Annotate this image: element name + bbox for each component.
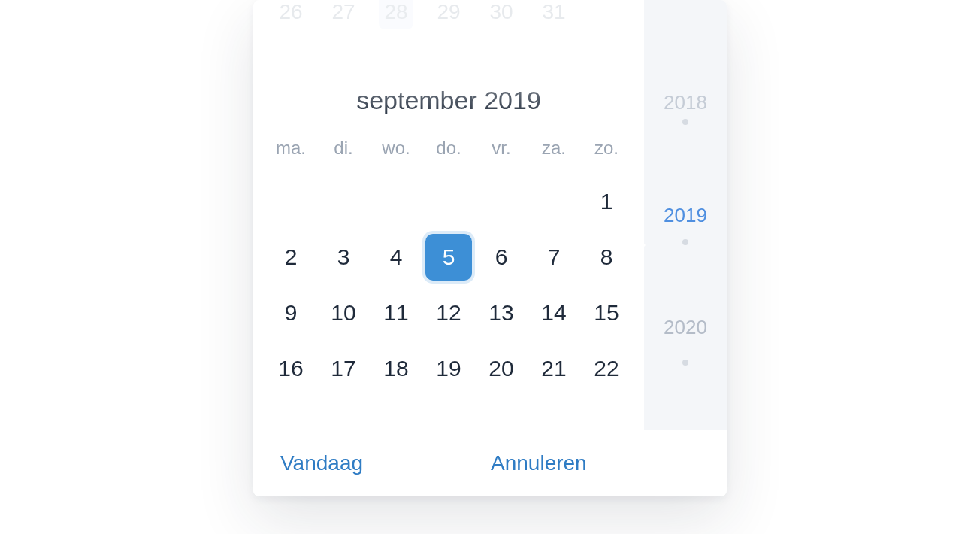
- calendar-day-empty: [475, 174, 528, 229]
- calendar-day[interactable]: 7: [528, 229, 580, 285]
- calendar-day-empty: [317, 174, 370, 229]
- calendar-day[interactable]: 17: [317, 341, 370, 396]
- date-picker: 262728293031 september 2019 ma.di.wo.do.…: [253, 0, 727, 496]
- prev-month-day: [580, 0, 633, 39]
- calendar-day[interactable]: 11: [370, 285, 422, 341]
- year-separator-dot: [682, 119, 688, 125]
- calendar-day[interactable]: 10: [317, 285, 370, 341]
- calendar-day[interactable]: 14: [528, 285, 580, 341]
- calendar-day[interactable]: 9: [265, 285, 317, 341]
- calendar-day-empty: [422, 174, 475, 229]
- cancel-button[interactable]: Annuleren: [491, 451, 587, 475]
- calendar-day[interactable]: 15: [580, 285, 633, 341]
- year-rail[interactable]: 2018 2019 2020 2021: [644, 0, 727, 496]
- calendar-day[interactable]: 13: [475, 285, 528, 341]
- calendar-day[interactable]: 5: [422, 229, 475, 285]
- calendar-day[interactable]: 1: [580, 174, 633, 229]
- weekday-label: wo.: [370, 138, 422, 159]
- today-button[interactable]: Vandaag: [280, 451, 363, 475]
- calendar-day[interactable]: 16: [265, 341, 317, 396]
- prev-month-day[interactable]: 28: [370, 0, 422, 39]
- calendar-day[interactable]: 2: [265, 229, 317, 285]
- month-title: september 2019: [253, 86, 644, 115]
- calendar-day[interactable]: 3: [317, 229, 370, 285]
- calendar-grid: 12345678910111213141516171819202122: [265, 174, 633, 396]
- calendar-area: 262728293031 september 2019 ma.di.wo.do.…: [253, 0, 644, 496]
- calendar-day-empty: [265, 174, 317, 229]
- calendar-day[interactable]: 21: [528, 341, 580, 396]
- year-option-prev[interactable]: 2018: [644, 47, 727, 159]
- year-option-current[interactable]: 2019: [644, 159, 727, 272]
- prev-month-day[interactable]: 30: [475, 0, 528, 39]
- weekday-label: do.: [422, 138, 475, 159]
- prev-month-day[interactable]: 31: [528, 0, 580, 39]
- calendar-day[interactable]: 20: [475, 341, 528, 396]
- footer-actions: Vandaag Annuleren: [253, 430, 727, 496]
- weekday-label: vr.: [475, 138, 528, 159]
- calendar-day[interactable]: 22: [580, 341, 633, 396]
- weekday-label: ma.: [265, 138, 317, 159]
- weekday-label: zo.: [580, 138, 633, 159]
- weekday-label: za.: [528, 138, 580, 159]
- calendar-day[interactable]: 4: [370, 229, 422, 285]
- calendar-day[interactable]: 19: [422, 341, 475, 396]
- calendar-day-empty: [370, 174, 422, 229]
- calendar-day-empty: [528, 174, 580, 229]
- calendar-day[interactable]: 18: [370, 341, 422, 396]
- prev-month-tail-row: 262728293031: [265, 0, 633, 39]
- weekday-label: di.: [317, 138, 370, 159]
- year-option-next[interactable]: 2020: [644, 272, 727, 384]
- year-separator-dot: [682, 239, 688, 245]
- weekday-header: ma.di.wo.do.vr.za.zo.: [265, 138, 633, 159]
- calendar-day[interactable]: 8: [580, 229, 633, 285]
- year-rail-notch-icon: [637, 236, 646, 254]
- calendar-day[interactable]: 12: [422, 285, 475, 341]
- year-separator-dot: [682, 360, 688, 366]
- prev-month-day[interactable]: 29: [422, 0, 475, 39]
- calendar-day[interactable]: 6: [475, 229, 528, 285]
- prev-month-day[interactable]: 27: [317, 0, 370, 39]
- prev-month-day[interactable]: 26: [265, 0, 317, 39]
